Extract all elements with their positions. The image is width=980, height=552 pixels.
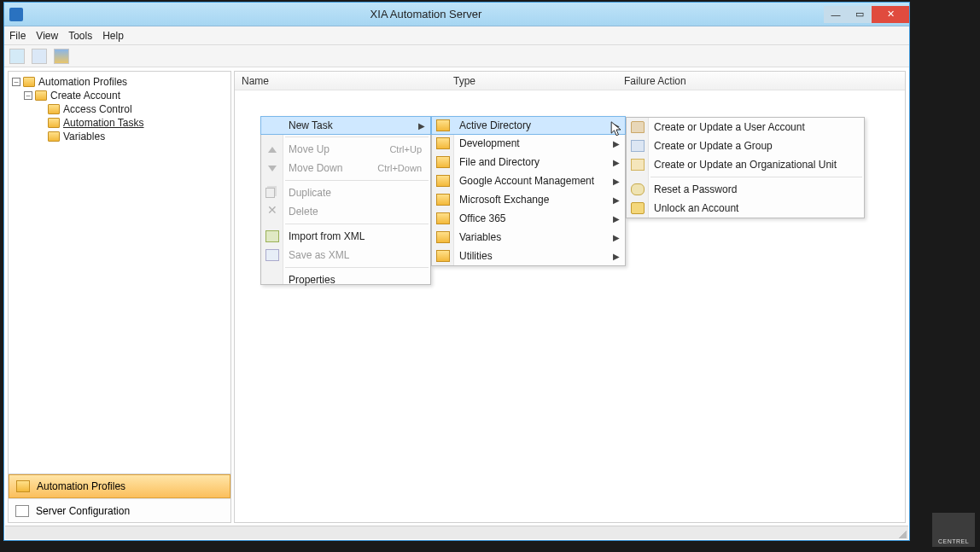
menu-item-label: Create or Update a User Account <box>654 121 805 133</box>
menu-help[interactable]: Help <box>102 30 124 42</box>
folder-icon <box>35 90 47 101</box>
menu-item-save-xml[interactable]: Save as XML <box>261 246 430 264</box>
submenu-arrow-icon: ▶ <box>613 121 620 131</box>
folder-icon <box>23 77 35 87</box>
column-name[interactable]: Name <box>235 75 446 87</box>
key-icon <box>631 183 645 195</box>
submenu-item-create-user[interactable]: Create or Update a User Account <box>627 118 864 137</box>
titlebar: XIA Automation Server — ▭ ✕ <box>4 3 909 26</box>
context-menu: New Task ▶ Move Up Ctrl+Up Move Down Ctr… <box>260 116 431 285</box>
refresh-button[interactable] <box>9 49 25 64</box>
menubar: File View Tools Help <box>4 26 909 45</box>
column-failure-action[interactable]: Failure Action <box>617 75 905 87</box>
server-icon <box>15 505 29 517</box>
report-button[interactable] <box>54 49 69 64</box>
menu-item-new-task[interactable]: New Task ▶ <box>260 116 431 135</box>
submenu-item-utilities[interactable]: Utilities ▶ <box>432 247 625 265</box>
maximize-button[interactable]: ▭ <box>848 6 872 23</box>
expander-icon[interactable]: – <box>12 78 20 86</box>
folder-icon <box>436 175 450 187</box>
nav-pane-automation-profiles[interactable]: Automation Profiles <box>9 474 230 498</box>
submenu-item-active-directory[interactable]: Active Directory ▶ <box>431 116 626 135</box>
close-button[interactable]: ✕ <box>872 6 909 23</box>
tree-label: Variables <box>63 131 105 142</box>
window-controls: — ▭ ✕ <box>824 6 909 23</box>
submenu-item-google-account[interactable]: Google Account Management ▶ <box>432 171 625 190</box>
folder-icon <box>436 119 450 131</box>
menu-item-label: Variables <box>459 231 501 243</box>
tree-view[interactable]: – Automation Profiles – Create Account A… <box>9 72 230 474</box>
menu-item-duplicate[interactable]: Duplicate <box>261 183 430 202</box>
menu-separator <box>285 137 429 137</box>
toolbar <box>4 45 909 67</box>
minimize-button[interactable]: — <box>824 6 848 23</box>
submenu-item-file-directory[interactable]: File and Directory ▶ <box>432 153 625 171</box>
menu-file[interactable]: File <box>9 30 26 42</box>
submenu-active-directory: Create or Update a User Account Create o… <box>626 117 865 218</box>
tree-node-create-account[interactable]: – Create Account <box>12 89 227 102</box>
folder-icon <box>436 156 450 168</box>
menu-item-label: Office 365 <box>459 212 505 224</box>
menu-item-move-up[interactable]: Move Up Ctrl+Up <box>261 140 430 159</box>
nav-pane-server-configuration[interactable]: Server Configuration <box>9 498 230 522</box>
nav-pane-label: Server Configuration <box>36 505 130 517</box>
import-icon <box>265 230 279 242</box>
menu-item-move-down[interactable]: Move Down Ctrl+Down <box>261 159 430 177</box>
tree-node-automation-tasks[interactable]: Automation Tasks <box>12 116 227 130</box>
submenu-arrow-icon: ▶ <box>613 195 620 205</box>
menu-view[interactable]: View <box>36 30 58 42</box>
submenu-arrow-icon: ▶ <box>613 139 620 148</box>
watermark-label: CENTREL <box>938 538 969 544</box>
menu-item-delete[interactable]: ✕ Delete <box>261 202 430 221</box>
submenu-item-office365[interactable]: Office 365 ▶ <box>432 209 625 228</box>
folder-icon <box>436 250 450 262</box>
menu-item-label: File and Directory <box>459 156 540 168</box>
menu-item-label: Active Directory <box>459 119 531 131</box>
menu-shortcut: Ctrl+Down <box>377 163 422 173</box>
menu-item-label: Move Up <box>289 143 330 155</box>
menu-item-label: Delete <box>289 206 318 218</box>
menu-separator <box>285 267 429 268</box>
expander-icon[interactable]: – <box>24 91 32 100</box>
menu-item-label: Save as XML <box>289 249 349 261</box>
submenu-arrow-icon: ▶ <box>613 252 620 261</box>
column-type[interactable]: Type <box>446 75 617 87</box>
sidebar: – Automation Profiles – Create Account A… <box>8 71 231 523</box>
submenu-item-reset-password[interactable]: Reset a Password <box>627 180 864 199</box>
menu-item-properties[interactable]: Properties <box>261 270 430 289</box>
watermark: CENTREL <box>932 513 975 547</box>
menu-item-label: Google Account Management <box>459 175 594 187</box>
arrow-up-icon <box>268 147 277 153</box>
tree-label: Automation Profiles <box>38 76 127 88</box>
statusbar <box>5 526 908 539</box>
save-button[interactable] <box>32 49 47 64</box>
submenu-item-development[interactable]: Development ▶ <box>432 134 625 153</box>
column-headers: Name Type Failure Action <box>235 72 905 90</box>
menu-item-label: Properties <box>289 274 335 286</box>
arrow-down-icon <box>268 166 277 171</box>
resize-grip-icon[interactable] <box>896 528 907 538</box>
menu-item-label: Create or Update an Organizational Unit <box>654 159 837 171</box>
submenu-item-unlock-account[interactable]: Unlock an Account <box>627 199 864 218</box>
menu-tools[interactable]: Tools <box>68 30 92 42</box>
submenu-item-create-ou[interactable]: Create or Update an Organizational Unit <box>627 155 864 174</box>
user-icon <box>631 121 645 133</box>
tree-node-root[interactable]: – Automation Profiles <box>12 75 227 89</box>
tree-label: Automation Tasks <box>63 117 144 129</box>
tree-node-access-control[interactable]: Access Control <box>12 102 227 116</box>
folder-icon <box>48 104 60 114</box>
menu-item-label: Unlock an Account <box>654 202 738 214</box>
main-window: XIA Automation Server — ▭ ✕ File View To… <box>3 2 910 541</box>
submenu-new-task: Active Directory ▶ Development ▶ File an… <box>431 116 626 266</box>
menu-item-label: Reset a Password <box>654 183 737 195</box>
folder-icon <box>16 480 30 492</box>
client-area: – Automation Profiles – Create Account A… <box>4 69 909 525</box>
submenu-item-create-group[interactable]: Create or Update a Group <box>627 137 864 155</box>
tree-label: Access Control <box>63 103 132 115</box>
folder-icon <box>436 137 450 149</box>
submenu-item-variables[interactable]: Variables ▶ <box>432 228 625 247</box>
menu-item-label: Duplicate <box>289 187 331 199</box>
submenu-item-exchange[interactable]: Microsoft Exchange ▶ <box>432 190 625 209</box>
menu-item-import-xml[interactable]: Import from XML <box>261 227 430 246</box>
tree-node-variables[interactable]: Variables <box>12 130 227 143</box>
